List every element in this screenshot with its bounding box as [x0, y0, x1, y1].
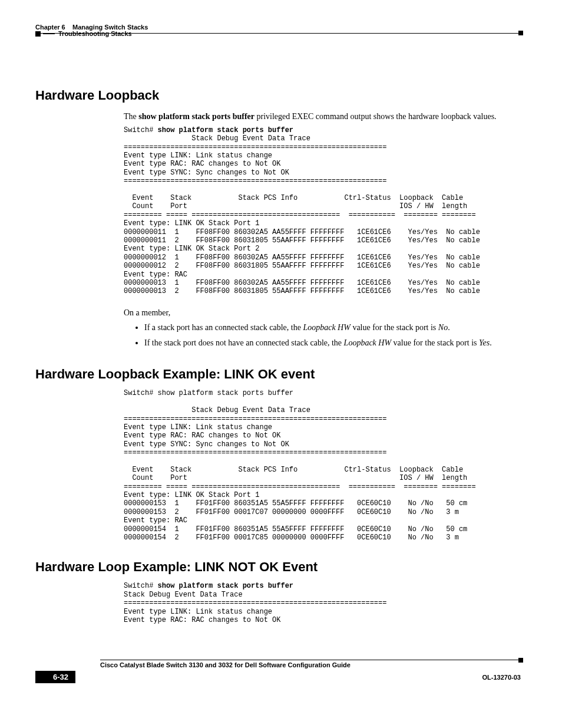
code-prompt-3: Switch# — [124, 582, 158, 590]
member-intro: On a member, — [124, 308, 521, 319]
list-item: If a stack port has an connected stack c… — [144, 322, 521, 334]
intro-pre: The — [124, 112, 138, 121]
b2-end: . — [490, 338, 492, 347]
b2-em2: Yes — [479, 338, 490, 347]
code-block-3: Switch# show platform stack ports buffer… — [124, 582, 521, 624]
code-cmd-bold: show platform stack ports buffer — [158, 126, 293, 134]
code-block-1: Switch# show platform stack ports buffer… — [124, 126, 521, 296]
b1-em1: Loopback HW — [303, 323, 351, 332]
b1-pre: If a stack port has an connected stack c… — [144, 323, 303, 332]
header-left: Troubleshooting Stacks — [35, 30, 521, 37]
heading-link-not-ok-example: Hardware Loop Example: LINK NOT OK Event — [35, 559, 521, 575]
code-block-2: Switch# show platform stack ports buffer… — [124, 389, 521, 542]
footer-rule — [100, 660, 521, 660]
code-prompt: Switch# — [124, 126, 158, 134]
bullet-list: If a stack port has an connected stack c… — [133, 322, 521, 350]
b1-end: . — [448, 323, 450, 332]
code-body-3: Stack Debug Event Data Trace ===========… — [124, 591, 386, 624]
footer-doc-title: Cisco Catalyst Blade Switch 3130 and 303… — [100, 661, 521, 668]
intro-paragraph: The show platform stack ports buffer pri… — [124, 111, 521, 123]
intro-cmd: show platform stack ports buffer — [138, 112, 254, 121]
doc-id: OL-13270-03 — [482, 674, 521, 681]
section-path: Troubleshooting Stacks — [58, 30, 132, 37]
heading-hardware-loopback: Hardware Loopback — [35, 88, 521, 103]
square-icon — [35, 31, 41, 37]
list-item: If the stack port does not have an conne… — [144, 338, 521, 349]
b2-pre: If the stack port does not have an conne… — [144, 338, 344, 347]
b1-em2: No — [438, 323, 448, 332]
heading-link-ok-example: Hardware Loopback Example: LINK OK event — [35, 367, 521, 382]
b1-mid: value for the stack port is — [351, 323, 438, 332]
page-number-badge: 6-32 — [35, 671, 75, 683]
footer-bottom-row: 6-32 OL-13270-03 — [35, 671, 521, 683]
code-cmd-bold-3: show platform stack ports buffer — [158, 582, 293, 590]
intro-post: privileged EXEC command output shows the… — [254, 112, 497, 121]
page-footer: Cisco Catalyst Blade Switch 3130 and 303… — [35, 660, 521, 683]
b2-mid: value for the stack port is — [391, 338, 479, 347]
rule-endcap-icon — [518, 658, 523, 663]
b2-em1: Loopback HW — [344, 338, 392, 347]
code-body: Stack Debug Event Data Trace ===========… — [124, 134, 480, 295]
header-tick — [43, 34, 55, 34]
